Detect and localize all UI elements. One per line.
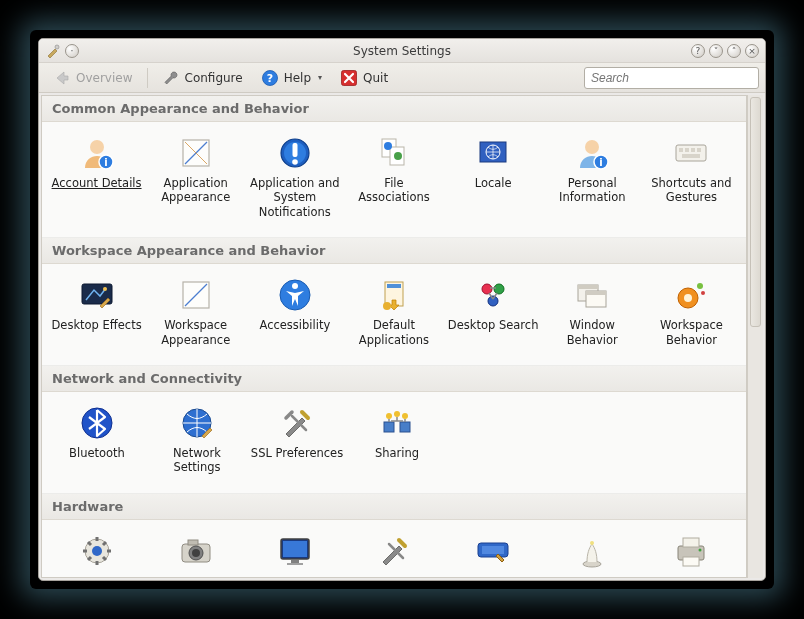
help-button[interactable]: ? Help ▾	[253, 66, 330, 90]
category-header: Common Appearance and Behavior	[42, 96, 746, 122]
category: Network and ConnectivityBluetoothNetwork…	[42, 366, 746, 494]
icon-grid: Account DetailsApplication AppearanceApp…	[42, 122, 746, 237]
wrench-icon	[162, 69, 180, 87]
window-behavior-icon	[573, 276, 611, 314]
settings-item[interactable]: Digital Camera	[147, 528, 244, 578]
settings-item[interactable]: File Associations	[345, 130, 442, 223]
settings-item-label: Shortcuts and Gestures	[645, 176, 738, 205]
accessibility-icon	[276, 276, 314, 314]
icon-grid: Device ActionsDigital CameraDisplay and …	[42, 520, 746, 578]
settings-item-label: Network Settings	[150, 446, 244, 475]
desktop-effects-icon	[78, 276, 116, 314]
appearance-icon	[177, 134, 215, 172]
settings-item-label: Application and System Notifications	[248, 176, 341, 219]
help-window-button[interactable]: ?	[691, 44, 705, 58]
settings-item[interactable]: Sharing	[348, 400, 446, 479]
settings-item-label: Locale	[475, 176, 512, 190]
bluetooth-icon	[78, 404, 116, 442]
settings-item[interactable]: Shortcuts and Gestures	[643, 130, 740, 223]
settings-item-label: Bluetooth	[69, 446, 125, 460]
settings-item[interactable]: Account Details	[48, 130, 145, 223]
scroll-thumb[interactable]	[750, 97, 761, 327]
power-icon	[573, 532, 611, 570]
settings-item[interactable]: Default Applications	[345, 272, 442, 351]
configure-button[interactable]: Configure	[154, 66, 251, 90]
settings-item[interactable]: Locale	[445, 130, 542, 223]
settings-content: Common Appearance and BehaviorAccount De…	[41, 95, 747, 578]
settings-item-label: Application Appearance	[149, 176, 242, 205]
desktop-search-icon	[474, 276, 512, 314]
help-label: Help	[284, 71, 311, 85]
info-icon	[375, 532, 413, 570]
icon-grid: BluetoothNetwork SettingsSSL Preferences…	[42, 392, 746, 493]
display-icon	[276, 532, 314, 570]
svg-point-0	[55, 45, 59, 49]
printer-icon	[672, 532, 710, 570]
settings-item[interactable]: Application Appearance	[147, 130, 244, 223]
overview-label: Overview	[76, 71, 133, 85]
settings-item[interactable]: Printers	[643, 528, 740, 578]
quit-icon	[340, 69, 358, 87]
window-menu-button[interactable]: ⋅	[65, 44, 79, 58]
file-assoc-icon	[375, 134, 413, 172]
titlebar: ⋅ System Settings ? ˅ ˄ ×	[39, 39, 765, 63]
system-settings-window: ⋅ System Settings ? ˅ ˄ × Overview Confi…	[38, 38, 766, 581]
settings-item[interactable]: Window Behavior	[544, 272, 641, 351]
app-icon	[45, 43, 61, 59]
settings-item[interactable]: Workspace Behavior	[643, 272, 740, 351]
settings-item[interactable]: Application and System Notifications	[246, 130, 343, 223]
settings-item-label: SSL Preferences	[251, 446, 343, 460]
scrollbar[interactable]	[747, 95, 763, 578]
settings-item[interactable]: Network Settings	[148, 400, 246, 479]
settings-item[interactable]: SSL Preferences	[248, 400, 346, 479]
camera-icon	[177, 532, 215, 570]
icon-grid: Desktop EffectsWorkspace AppearanceAcces…	[42, 264, 746, 365]
settings-item[interactable]: Input Devices	[445, 528, 542, 578]
search-input[interactable]	[584, 67, 759, 89]
user-info-icon	[78, 134, 116, 172]
category-header: Hardware	[42, 494, 746, 520]
sharing-icon	[378, 404, 416, 442]
settings-item-label: File Associations	[347, 176, 440, 205]
configure-label: Configure	[185, 71, 243, 85]
quit-button[interactable]: Quit	[332, 66, 396, 90]
settings-item[interactable]: Device Actions	[48, 528, 145, 578]
svg-text:?: ?	[266, 72, 272, 85]
settings-item-label: Workspace Behavior	[645, 318, 738, 347]
workspace-appearance-icon	[177, 276, 215, 314]
window-title: System Settings	[39, 44, 765, 58]
default-apps-icon	[375, 276, 413, 314]
help-icon: ?	[261, 69, 279, 87]
settings-item-label: Default Applications	[347, 318, 440, 347]
settings-item[interactable]: Personal Information	[544, 130, 641, 223]
locale-icon	[474, 134, 512, 172]
workspace-behavior-icon	[672, 276, 710, 314]
minimize-button[interactable]: ˅	[709, 44, 723, 58]
keyboard-icon	[672, 134, 710, 172]
settings-item[interactable]: Workspace Appearance	[147, 272, 244, 351]
settings-item[interactable]: Power Management	[544, 528, 641, 578]
category: Workspace Appearance and BehaviorDesktop…	[42, 238, 746, 366]
settings-item-label: Desktop Effects	[51, 318, 141, 332]
settings-item-label: Workspace Appearance	[149, 318, 242, 347]
category: HardwareDevice ActionsDigital CameraDisp…	[42, 494, 746, 578]
settings-item-label: Accessibility	[259, 318, 330, 332]
settings-item[interactable]: Desktop Effects	[48, 272, 145, 351]
settings-item[interactable]: Information Sources	[345, 528, 442, 578]
ssl-icon	[278, 404, 316, 442]
device-icon	[78, 532, 116, 570]
settings-item[interactable]: Bluetooth	[48, 400, 146, 479]
notification-icon	[276, 134, 314, 172]
settings-item[interactable]: Display and Monitor	[246, 528, 343, 578]
settings-item-label: Sharing	[375, 446, 419, 460]
close-button[interactable]: ×	[745, 44, 759, 58]
settings-item[interactable]: Desktop Search	[445, 272, 542, 351]
maximize-button[interactable]: ˄	[727, 44, 741, 58]
quit-label: Quit	[363, 71, 388, 85]
settings-item[interactable]: Accessibility	[246, 272, 343, 351]
personal-icon	[573, 134, 611, 172]
toolbar: Overview Configure ? Help ▾ Quit	[39, 63, 765, 93]
overview-button[interactable]: Overview	[45, 66, 141, 90]
settings-item-label: Window Behavior	[546, 318, 639, 347]
category-header: Network and Connectivity	[42, 366, 746, 392]
